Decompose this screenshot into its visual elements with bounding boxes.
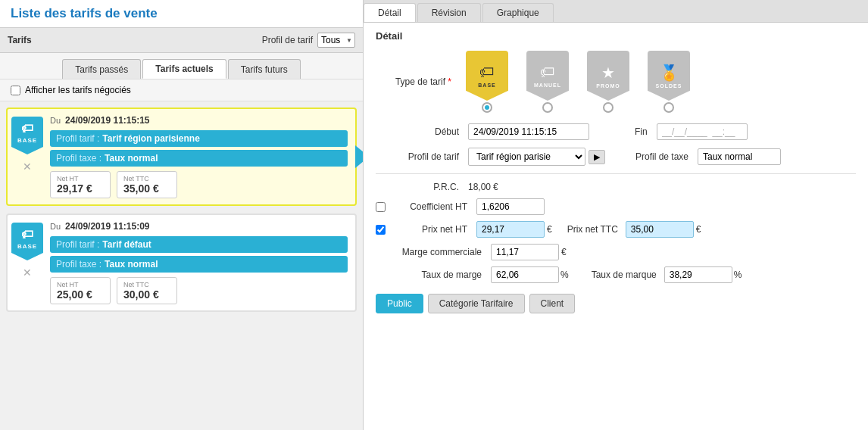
tab-detail[interactable]: Détail — [364, 3, 416, 22]
coeff-checkbox[interactable] — [376, 202, 386, 212]
tarif-badge-1: 🏷 BASE ✕ — [8, 109, 47, 204]
type-card-soldes[interactable]: 🏅 SOLDES — [642, 51, 695, 113]
type-label-manuel: MANUEL — [534, 83, 561, 88]
profil-label: Profil de tarif — [262, 35, 313, 45]
tab-revision[interactable]: Révision — [417, 3, 481, 22]
page-title: Liste des tarifs de vente — [11, 6, 352, 21]
debut-input[interactable] — [468, 123, 589, 140]
tarif-amounts-2: Net HT 25,00 € Net TTC 30,00 € — [50, 277, 348, 304]
net-ht-box-1: Net HT 29,17 € — [50, 171, 111, 198]
prix-row: Prix net HT € Prix net TTC € — [376, 221, 856, 238]
delete-btn-2[interactable]: ✕ — [23, 266, 32, 279]
btn-public[interactable]: Public — [376, 294, 423, 313]
type-badge-base: 🏷 BASE — [466, 51, 508, 101]
prix-ttc-currency: € — [696, 224, 701, 235]
type-icon-promo: ★ — [601, 64, 615, 82]
date-label-2: Du — [50, 222, 61, 231]
type-card-promo[interactable]: ★ PROMO — [582, 51, 635, 113]
net-ht-val-1: 29,17 € — [57, 182, 104, 195]
date-val-2: 24/09/2019 11:15:09 — [65, 221, 149, 232]
profil-select[interactable]: Tous — [317, 33, 355, 48]
type-card-base[interactable]: 🏷 BASE — [461, 51, 514, 113]
type-card-manuel[interactable]: 🏷 MANUEL — [521, 51, 574, 113]
delete-btn-1[interactable]: ✕ — [23, 160, 32, 173]
tarif-amounts-1: Net HT 29,17 € Net TTC 35,00 € — [50, 171, 348, 198]
profil-tarif-row-val-1: Tarif région parisienne — [102, 133, 199, 144]
profil-taxe-row-val-1: Taux normal — [105, 153, 158, 164]
prc-label: P.R.C. — [376, 182, 459, 192]
marge-label: Marge commerciale — [376, 247, 482, 257]
coeff-input[interactable] — [476, 198, 545, 215]
checkbox-row: Afficher les tarifs négociés — [0, 79, 363, 101]
marge-input[interactable] — [491, 244, 559, 260]
prix-ht-checkbox[interactable] — [376, 225, 386, 235]
tarif-card-2[interactable]: 🏷 BASE ✕ Du 24/09/2019 11:15:09 Profil t… — [6, 213, 357, 312]
type-label-soldes: SOLDES — [656, 83, 682, 89]
radio-promo[interactable] — [603, 102, 614, 113]
profil-select-wrapper[interactable]: Tous — [317, 33, 355, 48]
fin-input[interactable] — [657, 123, 748, 140]
profil-taxe-label: Profil de taxe — [628, 151, 688, 162]
prc-val: 18,00 — [468, 182, 491, 192]
afficher-negocie-checkbox[interactable] — [11, 86, 20, 95]
taux-marge-percent: % — [560, 270, 569, 280]
tab-graphique[interactable]: Graphique — [482, 3, 554, 22]
tarif-badge-2: 🏷 BASE ✕ — [8, 215, 47, 310]
net-ht-label-2: Net HT — [57, 281, 104, 288]
profil-tarif-select[interactable]: Tarif région parisie — [468, 148, 585, 166]
radio-soldes[interactable] — [663, 102, 674, 113]
debut-fin-row: Début Fin — [376, 123, 856, 140]
radio-base[interactable] — [482, 102, 492, 113]
profil-tarif-row-2: Profil tarif : Tarif défaut — [50, 236, 348, 253]
debut-label: Début — [376, 126, 459, 137]
tab-actuels[interactable]: Tarifs actuels — [142, 59, 226, 79]
type-badge-manuel: 🏷 MANUEL — [526, 51, 569, 101]
profil-tarif-row-label-1: Profil tarif : — [56, 133, 99, 144]
taux-marque-input[interactable] — [664, 266, 732, 283]
type-badge-soldes: 🏅 SOLDES — [648, 51, 690, 101]
prix-ht-label: Prix net HT — [392, 224, 467, 235]
left-header: Liste des tarifs de vente — [0, 0, 363, 28]
profil-taxe-row-2: Profil taxe : Taux normal — [50, 256, 348, 273]
tarifs-list: 🏷 BASE ✕ Du 24/09/2019 11:15:15 Profil t… — [0, 101, 363, 430]
left-panel: Liste des tarifs de vente Tarifs Profil … — [0, 0, 364, 430]
profil-taxe-input[interactable] — [698, 148, 781, 165]
prix-ttc-input[interactable] — [626, 221, 694, 238]
arrow-indicator-1 — [355, 145, 363, 168]
tab-passes[interactable]: Tarifs passés — [62, 59, 141, 79]
net-ttc-label-1: Net TTC — [123, 175, 170, 182]
prix-ht-input[interactable] — [476, 221, 545, 238]
net-ttc-label-2: Net TTC — [123, 281, 170, 288]
tarifs-tabs: Tarifs passés Tarifs actuels Tarifs futu… — [0, 53, 363, 79]
date-val-1: 24/09/2019 11:15:15 — [65, 115, 149, 126]
taux-marque-label: Taux de marque — [592, 270, 657, 280]
profil-taxe-row-1: Profil taxe : Taux normal — [50, 150, 348, 167]
profil-tarif-row-1: Profil tarif : Tarif région parisienne — [50, 130, 348, 147]
taux-row: Taux de marge % Taux de marque % — [376, 266, 856, 283]
net-ttc-box-2: Net TTC 30,00 € — [117, 277, 177, 304]
right-content: Détail Type de tarif 🏷 BASE — [364, 23, 868, 430]
profil-row: Profil de tarif Tarif région parisie ▶ P… — [376, 148, 856, 166]
type-badge-promo: ★ PROMO — [587, 51, 629, 101]
badge-tag-2: 🏷 BASE — [11, 223, 43, 260]
bottom-buttons: Public Catégorie Tarifaire Client — [376, 294, 856, 313]
date-label-1: Du — [50, 116, 61, 125]
tab-futurs[interactable]: Tarifs futurs — [228, 59, 301, 79]
type-tarif-label: Type de tarif — [376, 76, 451, 87]
profil-taxe-row-val-2: Taux normal — [105, 259, 158, 270]
right-panel: Détail Révision Graphique Détail Type de… — [364, 0, 868, 430]
taux-marge-input[interactable] — [491, 266, 559, 283]
tag-icon-2: 🏷 — [21, 228, 33, 241]
tarif-content-2: Du 24/09/2019 11:15:09 Profil tarif : Ta… — [47, 215, 355, 310]
btn-client[interactable]: Client — [529, 294, 576, 313]
type-icon-manuel: 🏷 — [540, 64, 555, 81]
btn-categorie[interactable]: Catégorie Tarifaire — [428, 294, 525, 313]
taux-marque-percent: % — [734, 270, 742, 280]
badge-tag-1: 🏷 BASE — [11, 117, 43, 154]
prc-currency: € — [493, 182, 498, 192]
tag-icon-1: 🏷 — [21, 122, 33, 136]
radio-manuel[interactable] — [542, 102, 553, 113]
profil-tarif-edit-btn[interactable]: ▶ — [589, 150, 605, 164]
tarif-card-1[interactable]: 🏷 BASE ✕ Du 24/09/2019 11:15:15 Profil t… — [6, 108, 357, 206]
profil-taxe-row-label-1: Profil taxe : — [56, 153, 101, 164]
